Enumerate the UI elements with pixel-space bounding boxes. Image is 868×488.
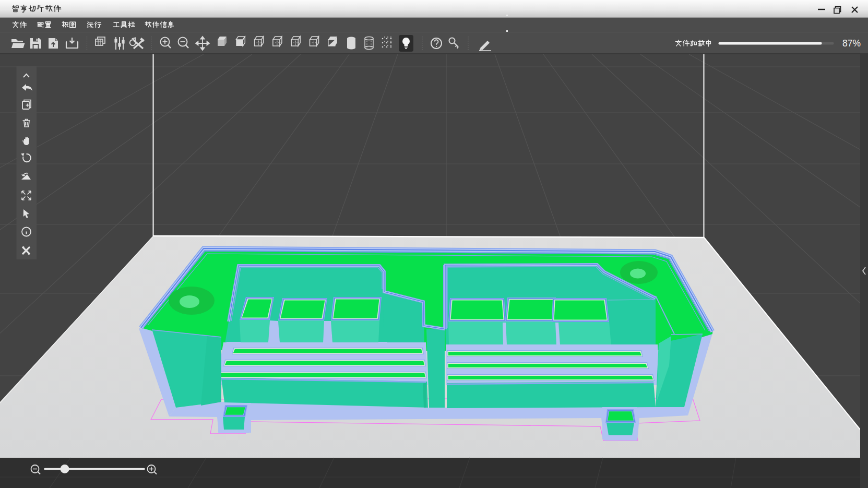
svg-text:87%: 87% [842,38,861,49]
